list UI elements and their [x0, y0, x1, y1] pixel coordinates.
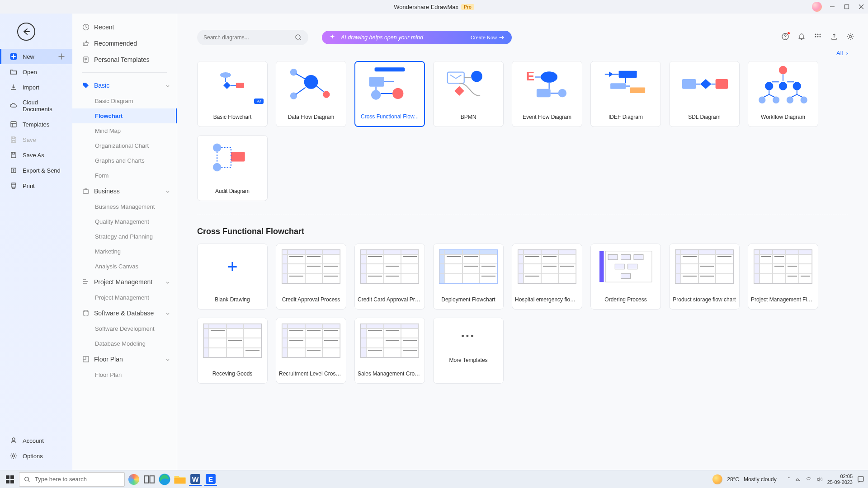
- apps-icon[interactable]: [814, 33, 822, 41]
- tpl-project-mgmt-flow[interactable]: Project Management Flow...: [748, 244, 818, 310]
- tpl-event-flow[interactable]: EEvent Flow Diagram: [512, 61, 582, 127]
- volume-tray-icon[interactable]: [816, 476, 823, 483]
- word-icon[interactable]: W: [189, 473, 202, 486]
- cat-header-project-mgmt[interactable]: Project Management: [72, 274, 177, 290]
- rail-save: Save: [0, 132, 72, 147]
- cat-sub-software-dev[interactable]: Software Development: [72, 321, 177, 336]
- ai-banner[interactable]: AI drawing helps open your mind Create N…: [322, 31, 512, 44]
- start-button[interactable]: [4, 473, 16, 486]
- cat-sub-db-modeling[interactable]: Database Modeling: [72, 336, 177, 351]
- cat-sub-quality-mgmt[interactable]: Quality Management: [72, 214, 177, 229]
- rail-account[interactable]: Account: [0, 433, 72, 448]
- svg-point-37: [558, 89, 566, 97]
- cat-sub-strategy[interactable]: Strategy and Planning: [72, 229, 177, 244]
- cat-recent[interactable]: Recent: [72, 19, 177, 35]
- back-button[interactable]: [17, 23, 35, 41]
- new-add-icon[interactable]: [58, 53, 65, 60]
- tpl-deployment[interactable]: Deployment Flowchart: [433, 244, 504, 310]
- cat-header-basic[interactable]: Basic: [72, 77, 177, 94]
- help-icon[interactable]: [781, 33, 789, 41]
- tpl-credit-card-approval[interactable]: Credit Card Approval Proc...: [354, 244, 425, 310]
- taskbar-search[interactable]: Type here to search: [19, 472, 125, 487]
- rail-templates[interactable]: Templates: [0, 117, 72, 132]
- tpl-product-storage[interactable]: Product storage flow chart: [669, 244, 740, 310]
- tpl-data-flow[interactable]: Data Flow Diagram: [276, 61, 346, 127]
- cat-sub-mind-map[interactable]: Mind Map: [72, 123, 177, 138]
- rail-new[interactable]: New: [0, 49, 72, 64]
- edrawmax-icon[interactable]: E: [204, 473, 217, 486]
- templates-grid: +Blank Drawing Credit Approval Process C…: [177, 244, 868, 384]
- cortana-icon[interactable]: [127, 473, 140, 486]
- minimize-button[interactable]: [829, 4, 835, 10]
- maximize-button[interactable]: [844, 4, 850, 10]
- share-icon[interactable]: [830, 33, 838, 41]
- cat-recommended[interactable]: Recommended: [72, 35, 177, 52]
- svg-point-21: [849, 36, 852, 38]
- task-view-icon[interactable]: [143, 473, 156, 486]
- search-box[interactable]: [197, 30, 308, 45]
- weather-text[interactable]: Mostly cloudy: [744, 476, 777, 483]
- tpl-basic-flowchart[interactable]: AIBasic Flowchart: [197, 61, 268, 127]
- cat-sub-project-mgmt[interactable]: Project Management: [72, 290, 177, 305]
- cat-sub-form[interactable]: Form: [72, 168, 177, 183]
- tpl-receiving-goods[interactable]: Receving Goods: [197, 318, 268, 384]
- wifi-tray-icon[interactable]: [806, 476, 812, 483]
- all-link[interactable]: All ›: [177, 50, 868, 61]
- tpl-credit-approval[interactable]: Credit Approval Process: [276, 244, 346, 310]
- rail-open[interactable]: Open: [0, 64, 72, 80]
- tpl-audit[interactable]: Audit Diagram: [197, 135, 268, 201]
- svg-point-24: [290, 69, 297, 75]
- svg-point-30: [371, 90, 381, 99]
- rail-cloud-documents[interactable]: Cloud Documents: [0, 95, 72, 117]
- tpl-ordering[interactable]: Ordering Process: [590, 244, 661, 310]
- taskbar-clock[interactable]: 02:0525-09-2023: [827, 474, 853, 485]
- avatar[interactable]: [812, 2, 822, 12]
- settings-icon[interactable]: [846, 33, 854, 41]
- svg-rect-1: [845, 5, 849, 9]
- chevron-down-icon: [165, 83, 170, 88]
- rail-export-send[interactable]: Export & Send: [0, 163, 72, 178]
- tpl-sales-mgmt[interactable]: Sales Management Crossf...: [354, 318, 425, 384]
- rail-import[interactable]: Import: [0, 80, 72, 95]
- ai-create-button[interactable]: Create Now: [471, 35, 505, 40]
- cat-header-floor-plan[interactable]: Floor Plan: [72, 351, 177, 367]
- tpl-recruitment[interactable]: Recruitment Level Cross F...: [276, 318, 346, 384]
- onedrive-tray-icon[interactable]: [795, 476, 801, 483]
- edge-icon[interactable]: [158, 473, 171, 486]
- cat-sub-business-mgmt[interactable]: Business Management: [72, 199, 177, 214]
- tpl-cross-functional[interactable]: Cross Functional Flow...: [354, 61, 425, 127]
- rail-print[interactable]: Print: [0, 178, 72, 193]
- svg-rect-59: [615, 264, 624, 269]
- notifications-tray-icon[interactable]: [857, 476, 864, 483]
- cat-sub-basic-diagram[interactable]: Basic Diagram: [72, 94, 177, 108]
- bell-icon[interactable]: [797, 33, 806, 41]
- cat-sub-analysis-canvas[interactable]: Analysis Canvas: [72, 259, 177, 274]
- rail-options[interactable]: Options: [0, 448, 72, 464]
- cat-sub-flowchart[interactable]: Flowchart: [72, 108, 177, 123]
- svg-rect-10: [83, 190, 89, 193]
- rail-save-as[interactable]: Save As: [0, 147, 72, 163]
- cat-sub-marketing[interactable]: Marketing: [72, 244, 177, 259]
- rail-label: Options: [23, 453, 43, 460]
- tray-chevron-icon[interactable]: ˄: [788, 476, 790, 483]
- cat-sub-graphs-charts[interactable]: Graphs and Charts: [72, 153, 177, 168]
- cat-sub-org-chart[interactable]: Organizational Chart: [72, 138, 177, 153]
- tpl-more[interactable]: •••More Templates: [433, 318, 504, 384]
- tpl-hospital[interactable]: Hospital emergency flow c...: [512, 244, 582, 310]
- gear-icon: [10, 452, 17, 460]
- tpl-label: Project Management Flow...: [748, 296, 818, 303]
- tpl-bpmn[interactable]: BPMN: [433, 61, 504, 127]
- tpl-sdl[interactable]: SDL Diagram: [669, 61, 740, 127]
- tpl-workflow[interactable]: Workflow Diagram: [748, 61, 818, 127]
- cat-header-business[interactable]: Business: [72, 183, 177, 199]
- tpl-blank[interactable]: +Blank Drawing: [197, 244, 268, 310]
- account-icon: [10, 437, 17, 444]
- cat-sub-floor-plan[interactable]: Floor Plan: [72, 367, 177, 382]
- close-button[interactable]: [858, 4, 864, 10]
- search-input[interactable]: [203, 34, 295, 41]
- cat-header-software-db[interactable]: Software & Database: [72, 305, 177, 321]
- weather-temp[interactable]: 28°C: [727, 476, 739, 483]
- cat-personal-templates[interactable]: Personal Templates: [72, 52, 177, 68]
- tpl-idef[interactable]: IDEF Diagram: [590, 61, 661, 127]
- explorer-icon[interactable]: [174, 473, 186, 486]
